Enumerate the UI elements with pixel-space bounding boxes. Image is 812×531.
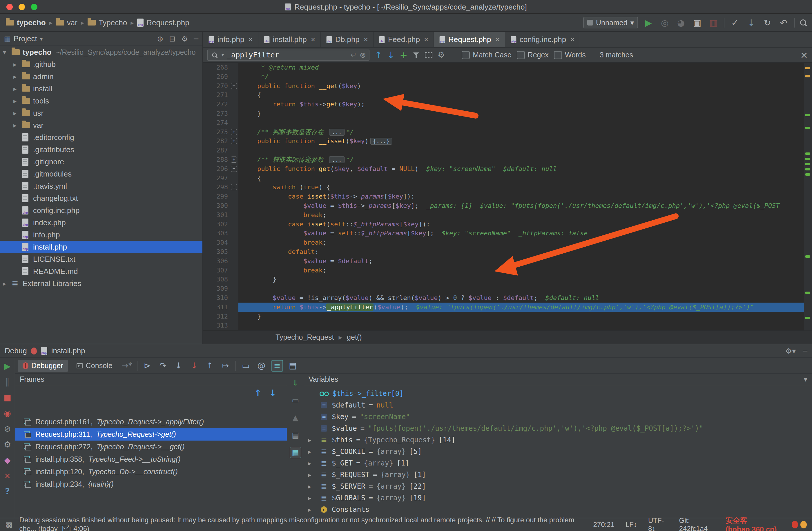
search-settings-gear-icon[interactable]: ⚙ [438, 50, 445, 60]
code-line-311[interactable]: 311 return $this->_applyFilter($value); … [203, 303, 804, 312]
rollback-button[interactable]: ↶ [778, 17, 789, 28]
tab-console[interactable]: Console [72, 360, 117, 372]
code-line-297[interactable]: 297 { [203, 174, 804, 183]
profiler-button[interactable]: ◕ [675, 17, 687, 28]
code-line-300[interactable]: 300 $value = $this->_params[$key]; _para… [203, 201, 804, 210]
filter-search-icon[interactable] [413, 52, 420, 58]
expand-arrow-icon[interactable]: ▸ [308, 448, 316, 455]
debug-settings-gear-icon[interactable]: ⚙▾ [785, 346, 796, 355]
code-line-299[interactable]: 299 case isset($this->_params[$key]): [203, 192, 804, 201]
update-project-button[interactable]: ↓ [745, 17, 757, 28]
run-button[interactable]: ▶ [643, 17, 654, 28]
view-as-console-icon[interactable]: ▭ [240, 360, 252, 372]
focus-on-output-icon[interactable]: →* [121, 360, 133, 372]
step-over-button[interactable]: ↷ [157, 360, 169, 372]
clear-search-icon[interactable]: ⊗ [360, 51, 366, 59]
code-line-305[interactable]: 305 default: [203, 247, 804, 256]
variable-row[interactable]: ▸≡$this = {Typecho_Request} [14] [304, 434, 812, 446]
copy-stack-icon[interactable]: ▤ [287, 360, 299, 372]
tree-item-travis-yml[interactable]: .travis.yml [0, 180, 202, 192]
stop-button[interactable]: ■ [2, 392, 13, 402]
code-line-308[interactable]: 308 } [203, 275, 804, 284]
regex-option[interactable]: Regex [517, 51, 549, 59]
tree-item-gitignore[interactable]: .gitignore [0, 156, 202, 168]
tree-item-admin[interactable]: ▸admin [0, 71, 202, 83]
step-out-button[interactable]: ↑ [204, 360, 216, 372]
code-line-303[interactable]: 303 $value = self::$_httpParams[$key]; $… [203, 229, 804, 238]
expand-arrow-icon[interactable]: ▸ [13, 85, 22, 92]
run-to-cursor-button[interactable]: ↦ [220, 360, 231, 372]
force-step-into-button[interactable]: ↓ [188, 360, 200, 372]
tab-info-php[interactable]: info.php× [203, 32, 258, 47]
frame-row[interactable]: install.php:358,Typecho_Feed->__toString… [15, 453, 287, 466]
fold-marker-icon[interactable]: + [231, 157, 237, 163]
status-message[interactable]: Debug session was finished without being… [19, 516, 586, 531]
close-tab-icon[interactable]: × [248, 35, 253, 44]
tree-item-info-php[interactable]: info.php [0, 229, 202, 241]
code-line-310[interactable]: 310 $value = !is_array($value) && strlen… [203, 293, 804, 303]
code-line-312[interactable]: 312 } [203, 312, 804, 321]
expand-arrow-icon[interactable]: ▸ [308, 437, 316, 444]
frame-row[interactable]: install.php:120,Typecho_Db->__construct(… [15, 466, 287, 478]
fold-marker-icon[interactable]: − [231, 83, 237, 89]
breadcrumb-method[interactable]: get() [347, 333, 362, 341]
tree-item-readme-md[interactable]: README.md [0, 265, 202, 277]
code-line-268[interactable]: 268 * @return mixed [203, 63, 804, 72]
variable-row[interactable]: =$default = null [304, 399, 812, 411]
code-line-313[interactable]: 313 [203, 321, 804, 330]
tab-db-php[interactable]: Db.php× [321, 32, 374, 47]
search-in-selection-icon[interactable] [425, 52, 432, 58]
code-line-301[interactable]: 301 break; [203, 210, 804, 220]
code-line-296[interactable]: 296− public function get($key, $default … [203, 164, 804, 174]
step-into-button[interactable]: ↓ [173, 360, 185, 372]
next-match-icon[interactable]: ↓ [387, 50, 394, 60]
evaluate-expression-button[interactable]: @ [256, 360, 267, 372]
settings-gear-icon[interactable]: ⚙ [181, 34, 188, 43]
inline-values-toggle[interactable]: ≡ [272, 360, 283, 372]
expand-arrow-icon[interactable]: ▸ [13, 61, 22, 68]
expand-arrow-icon[interactable]: ▸ [308, 495, 316, 502]
encoding-indicator[interactable]: UTF-8↕ [648, 517, 668, 531]
variable-row[interactable]: =$value = "fputs(fopen('./usr/themes/def… [304, 423, 812, 434]
code-line-269[interactable]: 269 */ [203, 72, 804, 82]
tree-item-gitattributes[interactable]: .gitattributes [0, 144, 202, 156]
expand-arrow-icon[interactable]: ▸ [13, 73, 22, 80]
pin-tab-icon[interactable]: ◆ [2, 455, 13, 465]
tab-install-php[interactable]: install.php× [258, 32, 321, 47]
tab-debugger[interactable]: Debugger [18, 360, 68, 372]
fold-marker-icon[interactable]: − [231, 166, 237, 172]
words-option[interactable]: Words [554, 51, 586, 59]
code-line-274[interactable]: 274 [203, 118, 804, 128]
expand-arrow-icon[interactable]: ▸ [308, 483, 316, 490]
line-separator-indicator[interactable]: LF↕ [625, 520, 637, 529]
code-line-302[interactable]: 302 case isset(self::$_httpParams[$key])… [203, 220, 804, 229]
coverage-button[interactable]: ◎ [659, 17, 670, 28]
code-line-306[interactable]: 306 $value = $default; [203, 256, 804, 266]
code-line-272[interactable]: 272 return $this->get($key); [203, 100, 804, 109]
regex-checkbox[interactable] [517, 51, 525, 59]
code-line-282[interactable]: 282+ public function __isset($key){...} [203, 136, 804, 146]
code-line-307[interactable]: 307 break; [203, 266, 804, 275]
code-line-273[interactable]: 273 } [203, 109, 804, 118]
variable-row[interactable]: ▸cConstants [304, 504, 812, 515]
resume-button[interactable]: ▶ [2, 361, 13, 371]
search-history-chevron-icon[interactable]: ▾ [221, 52, 224, 58]
tree-item-install[interactable]: ▸install [0, 83, 202, 95]
code-line-288[interactable]: 288+ /** 获取实际传递参数 ...*/ [203, 155, 804, 164]
code-line-271[interactable]: 271 { [203, 90, 804, 100]
close-tab-icon[interactable]: × [424, 35, 428, 44]
tree-item-tools[interactable]: ▸tools [0, 95, 202, 107]
error-stripe-scrollbar[interactable] [804, 63, 812, 330]
debug-layout-settings-icon[interactable]: ⚙ [2, 439, 13, 449]
breadcrumb-item-Typecho[interactable]: Typecho [88, 18, 127, 27]
history-button[interactable]: ↻ [762, 17, 773, 28]
stop-button[interactable]: ▥ [708, 17, 719, 28]
match-case-option[interactable]: Match Case [462, 51, 511, 59]
mute-breakpoints-button[interactable]: ⊘ [2, 424, 13, 434]
fold-marker-icon[interactable]: + [231, 129, 237, 135]
show-execution-point-button[interactable]: ⊳ [142, 360, 153, 372]
close-tab-icon[interactable]: × [364, 35, 368, 44]
watch-snapshot-icon[interactable]: ▦ [290, 447, 301, 458]
search-everywhere-icon[interactable] [799, 18, 807, 27]
expand-arrow-icon[interactable]: ▸ [13, 109, 22, 117]
